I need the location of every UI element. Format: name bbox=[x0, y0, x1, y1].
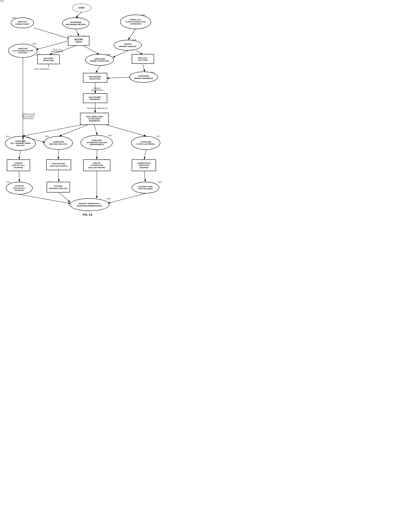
svg-line-30 bbox=[19, 171, 19, 182]
node-1002: DEVELOPCODING SHEET bbox=[11, 18, 34, 28]
node-1004: RECORDCALLS bbox=[68, 36, 89, 46]
svg-text:DIALOG EVENT: DIALOG EVENT bbox=[22, 115, 35, 117]
start-node: START bbox=[72, 3, 91, 12]
node-1024: IDENTIFY PROBLEMS &INFER RECOMMENDATIONS bbox=[70, 198, 109, 211]
node-1011: CONFIGUREPROMPT INFERENCE bbox=[129, 72, 158, 83]
svg-line-36 bbox=[19, 194, 71, 203]
node-1014: CONFIGURECALL SEGMENT TIMINGANALYSIS bbox=[5, 136, 36, 151]
node-1017: CONFIGURESTATE CLUSTERING bbox=[131, 136, 160, 150]
svg-line-12 bbox=[136, 50, 143, 54]
svg-text:PROMPT: PROMPT bbox=[94, 87, 101, 89]
svg-text:OCCURENCES: OCCURENCES bbox=[91, 89, 103, 91]
svg-line-29 bbox=[144, 150, 146, 159]
id-1005: 1005 bbox=[32, 43, 36, 45]
node-1013: RUN COMPILATIONOF IVR EVENTSEQUENCES bbox=[80, 113, 109, 125]
node-1018: COMPILELIFE-OF-CALLDIAGRAM bbox=[7, 159, 30, 171]
id-1014: 1014 bbox=[6, 135, 10, 137]
node-1008: CONFIGUREPROMPT DETECTION bbox=[85, 54, 114, 66]
svg-text:SPLIT CALL: SPLIT CALL bbox=[52, 48, 62, 50]
node-1022: CLEANUPLIFE-OF-CALLDIAGRAM bbox=[6, 182, 33, 194]
svg-line-6 bbox=[60, 46, 76, 51]
node-1010: RUN PROMPTDETECTION bbox=[83, 73, 107, 83]
node-1009: RUN CALLSPLITTING bbox=[132, 54, 154, 64]
svg-line-3 bbox=[34, 28, 70, 39]
id-1017: 1017 bbox=[156, 135, 160, 137]
id-1022: 1022 bbox=[7, 181, 10, 183]
node-1005: ANNOTATECALLS (AGENT-CALLERDIALOGS) bbox=[8, 44, 37, 58]
svg-line-5 bbox=[36, 41, 69, 49]
node-1025: CLEANUP USER-PATH DIAGRAM bbox=[132, 182, 159, 193]
svg-line-27 bbox=[58, 150, 59, 159]
node-1015: CONFIGUREROUTING ANALYSIS bbox=[44, 136, 73, 150]
svg-line-33 bbox=[144, 171, 145, 182]
svg-line-7 bbox=[49, 51, 60, 54]
svg-line-35 bbox=[108, 193, 145, 203]
id-1016: 1016 bbox=[108, 135, 112, 136]
node-1012: RUN PROMPTINFERENCE bbox=[83, 93, 107, 103]
svg-line-34 bbox=[59, 193, 70, 202]
node-1023: CLEANUPROUTING ANALYSIS bbox=[47, 182, 70, 193]
node-1006: OBTAINPROMPT SAMPLES bbox=[114, 40, 142, 50]
node-1007: RUN DTMFDETECTION bbox=[37, 54, 60, 64]
id-1025: 1025 bbox=[157, 181, 161, 183]
figure-caption: FIG. 1A bbox=[83, 213, 92, 216]
svg-line-26 bbox=[19, 151, 20, 159]
svg-text:AGENT-CALLER: AGENT-CALLER bbox=[22, 113, 35, 115]
svg-line-31 bbox=[58, 170, 59, 182]
svg-line-2 bbox=[76, 29, 79, 36]
node-1020: CREATEAUTOMATIONANALYSIS REPORT bbox=[83, 159, 110, 171]
svg-line-14 bbox=[96, 66, 100, 73]
svg-line-15 bbox=[143, 64, 145, 72]
svg-line-28 bbox=[97, 150, 97, 159]
svg-line-16 bbox=[107, 77, 131, 78]
svg-line-22 bbox=[105, 125, 146, 136]
id-1021: 1021 bbox=[0, 0, 4, 2]
svg-text:IVR EVENT SEQUENCES: IVR EVENT SEQUENCES bbox=[87, 107, 107, 109]
node-1003: MODEL CALLFLOW AS FINITE STATEAUTOMATON bbox=[120, 15, 151, 29]
svg-line-10 bbox=[84, 46, 99, 54]
node-1019: RUN ROUTINGANALYSIS SCRIPTS bbox=[46, 159, 71, 170]
svg-line-11 bbox=[113, 50, 128, 57]
diagram-container: SPLIT CALL RECORDINGS bbox=[0, 0, 175, 218]
svg-line-4 bbox=[128, 29, 135, 40]
id-1002: 1002 bbox=[12, 17, 16, 19]
id-1015: 1015 bbox=[45, 135, 49, 137]
svg-text:SEQUENCES: SEQUENCES bbox=[23, 117, 34, 119]
svg-line-21 bbox=[94, 125, 97, 135]
svg-line-20 bbox=[59, 125, 88, 136]
node-1000: DETERMINERECORDING METHOD bbox=[62, 18, 89, 29]
node-1021: COMPILE RAWUSER-PATHDIAGRAM bbox=[132, 159, 156, 171]
node-1016: CONFIGUREAUTOMATION ANALYSISSPREADSHEETS bbox=[81, 135, 113, 150]
svg-text:RECORDINGS: RECORDINGS bbox=[51, 50, 63, 52]
svg-line-19 bbox=[22, 125, 84, 136]
id-1024: 1024 bbox=[106, 198, 110, 200]
svg-text:DTMF SEQUENCE: DTMF SEQUENCE bbox=[34, 68, 49, 70]
